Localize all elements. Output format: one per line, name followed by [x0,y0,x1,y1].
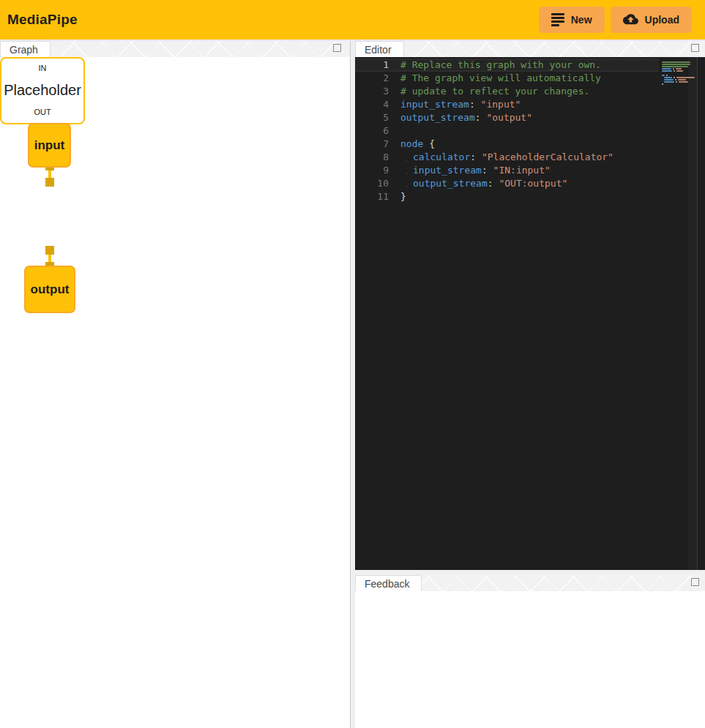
editor-minimap[interactable] [659,57,705,570]
code-text: node { [389,138,435,151]
code-line[interactable]: 7node { [355,138,659,151]
code-line[interactable]: 3# update to reflect your changes. [355,85,659,98]
app-header: MediaPipe New Upload [0,0,705,40]
line-number: 10 [355,177,389,190]
new-button-label: New [571,14,592,26]
maximize-icon[interactable] [691,578,699,586]
app-title: MediaPipe [7,12,78,28]
tab-graph[interactable]: Graph [0,41,51,57]
graph-node-output-label: output [31,282,70,297]
upload-button[interactable]: Upload [611,7,692,33]
line-number: 3 [355,85,389,98]
tab-editor-label: Editor [365,44,392,56]
subject-icon [551,13,564,26]
line-number: 5 [355,111,389,124]
right-column: Editor 1# Replace this graph with your o… [355,41,705,728]
line-number: 8 [355,151,389,164]
header-buttons: New Upload [539,7,698,33]
horizontal-splitter[interactable] [355,570,705,575]
graph-panel: Graph input IN Placeholder OUT output [0,41,351,728]
new-button[interactable]: New [539,7,605,33]
out-port-label: OUT [34,108,51,116]
workspace: Graph input IN Placeholder OUT output [0,40,705,728]
graph-node-output[interactable]: output [24,266,75,313]
code-text: output_stream: "output" [389,111,532,124]
code-line[interactable]: 6 [355,124,659,138]
upload-button-label: Upload [645,14,679,26]
graph-tab-row: Graph [0,41,350,57]
edge-connector-dot [45,246,54,255]
calculator-label: Placeholder [4,82,81,99]
edge-connector-dot [45,178,54,187]
code-line[interactable]: 1# Replace this graph with your own. [355,59,659,72]
code-editor[interactable]: 1# Replace this graph with your own.2# T… [355,57,705,570]
code-line[interactable]: 11} [355,190,659,203]
graph-node-input-label: input [34,138,65,153]
code-text: input_stream: "input" [389,98,521,111]
code-text: } [389,190,406,203]
line-number: 2 [355,72,389,85]
code-lines: 1# Replace this graph with your own.2# T… [355,59,659,203]
code-text [389,124,400,138]
graph-node-input[interactable]: input [28,123,71,168]
code-text: # The graph view will automatically [389,72,601,85]
tab-editor[interactable]: Editor [355,41,404,57]
feedback-panel-body [355,591,705,728]
line-number: 9 [355,164,389,177]
code-line[interactable]: 2# The graph view will automatically [355,72,659,85]
code-line[interactable]: 4input_stream: "input" [355,98,659,111]
in-port-label: IN [39,64,47,72]
maximize-icon[interactable] [333,44,341,52]
editor-tab-row: Editor [355,41,705,57]
maximize-icon[interactable] [691,44,699,52]
feedback-tab-row: Feedback [355,575,705,591]
code-line[interactable]: 9input_stream: "IN:input" [355,164,659,177]
tab-feedback-label: Feedback [365,578,409,590]
code-text: # update to reflect your changes. [389,85,589,98]
code-line[interactable]: 8calculator: "PlaceholderCalculator" [355,151,659,164]
line-number: 6 [355,124,389,138]
code-text: output_stream: "OUT:output" [389,177,567,190]
line-number: 4 [355,98,389,111]
tab-feedback[interactable]: Feedback [355,575,422,591]
graph-canvas[interactable]: input IN Placeholder OUT output [0,57,350,728]
code-text: # Replace this graph with your own. [389,59,601,71]
line-number: 11 [355,190,389,203]
code-line[interactable]: 10output_stream: "OUT:output" [355,177,659,190]
line-number: 1 [355,59,389,71]
code-text: input_stream: "IN:input" [389,164,551,177]
scrollbar-decoration [688,57,698,570]
tab-graph-label: Graph [10,44,38,56]
graph-node-placeholder[interactable]: IN Placeholder OUT [0,57,85,124]
code-line[interactable]: 5output_stream: "output" [355,111,659,124]
code-text: calculator: "PlaceholderCalculator" [389,151,613,164]
minimap-rows [662,61,695,86]
line-number: 7 [355,138,389,151]
cloud-upload-icon [623,14,638,26]
